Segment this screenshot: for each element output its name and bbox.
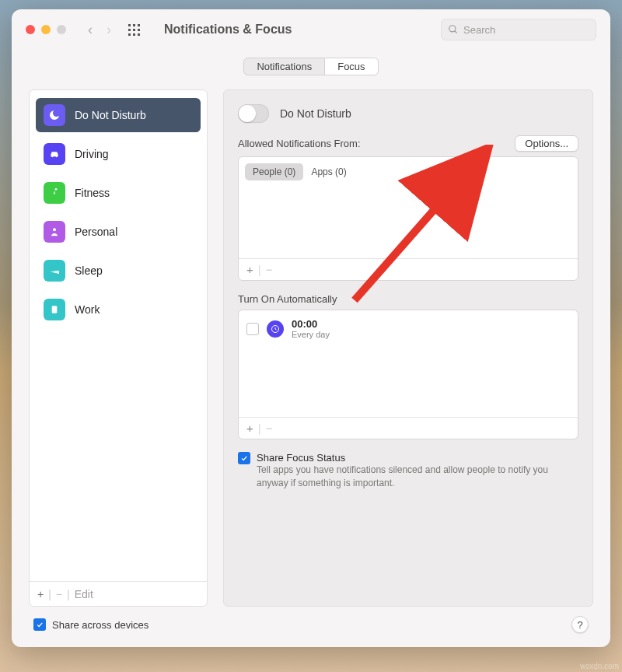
allowed-section: Allowed Notifications From: Options... P… (238, 135, 578, 281)
sidebar-item-sleep[interactable]: Sleep (36, 254, 201, 288)
back-button[interactable]: ‹ (88, 23, 93, 37)
svg-point-3 (56, 156, 58, 157)
watermark-text: wsxdn.com (580, 662, 619, 670)
schedule-repeat: Every day (292, 330, 330, 339)
close-icon[interactable] (26, 25, 35, 34)
edit-focus-button[interactable]: Edit (75, 588, 93, 600)
remove-allowed-button: − (266, 263, 273, 276)
auto-header-label: Turn On Automatically (238, 293, 578, 305)
sidebar-item-label: Personal (75, 226, 117, 238)
car-icon (44, 143, 65, 165)
titlebar: ‹ › Notifications & Focus Search (12, 9, 610, 50)
bed-icon (44, 260, 65, 282)
detail-panel: Do Not Disturb Allowed Notifications Fro… (223, 89, 593, 607)
sidebar-item-label: Do Not Disturb (75, 109, 146, 121)
sidebar-item-label: Work (75, 303, 100, 316)
maximize-icon (57, 25, 66, 34)
person-icon (44, 221, 65, 243)
remove-focus-button: − (56, 588, 62, 600)
sidebar-item-work[interactable]: Work (36, 292, 201, 327)
seg-apps[interactable]: Apps (0) (303, 163, 354, 180)
share-status-label: Share Focus Status (257, 452, 578, 464)
tab-notifications[interactable]: Notifications (244, 58, 325, 75)
add-allowed-button[interactable]: + (246, 263, 253, 276)
svg-line-1 (455, 31, 457, 33)
focus-sidebar: Do Not Disturb Driving Fitness (29, 89, 208, 607)
options-button[interactable]: Options... (515, 135, 578, 152)
forward-button: › (107, 23, 111, 37)
sidebar-item-fitness[interactable]: Fitness (36, 176, 201, 210)
allowed-header-row: Allowed Notifications From: Options... (238, 135, 578, 152)
bottom-row: Share across devices ? (29, 607, 593, 636)
focus-name-label: Do Not Disturb (280, 107, 351, 120)
svg-point-0 (449, 26, 456, 32)
share-status-row: Share Focus Status Tell apps you have no… (238, 452, 578, 490)
focus-list: Do Not Disturb Driving Fitness (30, 90, 207, 581)
share-status-desc: Tell apps you have notifications silence… (257, 464, 578, 490)
schedule-checkbox[interactable] (246, 323, 259, 335)
panels: Do Not Disturb Driving Fitness (29, 89, 593, 607)
share-across-label: Share across devices (52, 619, 149, 631)
help-button[interactable]: ? (571, 616, 589, 633)
run-icon (44, 182, 65, 204)
seg-people[interactable]: People (0) (245, 163, 303, 180)
tab-focus[interactable]: Focus (325, 58, 377, 75)
sidebar-item-label: Fitness (75, 187, 110, 199)
schedule-text: 00:00 Every day (292, 318, 330, 339)
share-across-checkbox[interactable] (33, 618, 46, 631)
sidebar-item-label: Sleep (75, 264, 103, 277)
svg-point-7 (54, 307, 56, 310)
preferences-window: ‹ › Notifications & Focus Search Notific… (12, 9, 610, 647)
schedule-empty-space (239, 347, 578, 417)
svg-point-5 (53, 228, 56, 231)
moon-icon (44, 104, 65, 126)
search-placeholder: Search (463, 24, 495, 36)
window-title: Notifications & Focus (164, 23, 292, 37)
auto-section: Turn On Automatically 00:00 Every day (238, 293, 578, 439)
sidebar-item-dnd[interactable]: Do Not Disturb (36, 98, 201, 132)
schedule-time: 00:00 (292, 318, 330, 330)
svg-point-2 (51, 156, 53, 157)
minimize-icon[interactable] (41, 25, 51, 34)
sidebar-item-personal[interactable]: Personal (36, 215, 201, 249)
sidebar-item-driving[interactable]: Driving (36, 137, 201, 171)
add-schedule-button[interactable]: + (246, 422, 253, 435)
sidebar-footer: + | − | Edit (30, 581, 207, 606)
schedule-row[interactable]: 00:00 Every day (239, 310, 578, 347)
search-icon (448, 24, 459, 35)
focus-toggle[interactable] (238, 104, 269, 123)
schedule-list: 00:00 Every day (239, 310, 578, 347)
badge-icon (44, 299, 65, 320)
search-input[interactable]: Search (441, 19, 596, 40)
add-focus-button[interactable]: + (37, 588, 44, 600)
allowed-footer: + | − (239, 258, 578, 280)
tab-segmented: Notifications Focus (243, 58, 378, 75)
share-across-row: Share across devices (33, 618, 149, 631)
schedule-footer: + | − (239, 417, 578, 439)
allowed-list: People (0) Apps (0) (239, 157, 578, 258)
nav-buttons: ‹ › (88, 23, 111, 37)
people-apps-segment: People (0) Apps (0) (245, 163, 355, 180)
traffic-lights (26, 25, 66, 34)
svg-point-4 (55, 188, 58, 191)
focus-toggle-row: Do Not Disturb (238, 104, 578, 123)
show-all-button[interactable] (128, 23, 142, 37)
allowed-header-label: Allowed Notifications From: (238, 138, 361, 149)
clock-icon (267, 320, 284, 338)
content-area: Do Not Disturb Driving Fitness (12, 89, 610, 647)
remove-schedule-button: − (266, 422, 273, 435)
tabbar: Notifications Focus (12, 50, 610, 89)
share-status-checkbox[interactable] (238, 452, 250, 464)
sidebar-item-label: Driving (75, 148, 109, 160)
